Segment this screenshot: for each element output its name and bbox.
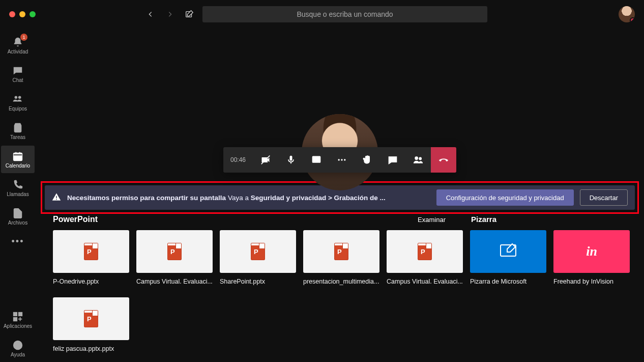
invision-tile[interactable]: in Freehand by InVision (553, 230, 630, 285)
nav-forward[interactable] (162, 6, 178, 22)
sidebar-label: Archivos (8, 220, 27, 226)
powerpoint-icon (84, 310, 98, 327)
whiteboard-icon (498, 241, 518, 263)
minimize-window[interactable] (19, 11, 25, 17)
sidebar-label: Calendario (6, 163, 30, 169)
powerpoint-icon (251, 243, 265, 260)
warning-icon (52, 192, 61, 203)
file-label: P-Onedrive.pptx (53, 278, 129, 285)
share-tray: PowerPoint Examinar Pizarra P-Onedrive.p… (46, 212, 634, 352)
profile-avatar[interactable] (619, 6, 635, 22)
sidebar-label: Llamadas (7, 191, 28, 197)
tile-label: Pizarra de Microsoft (470, 278, 546, 285)
sidebar-more-icon[interactable]: ••• (1, 231, 35, 252)
ppt-tile[interactable]: Campus Virtual. Evaluaci... (387, 230, 463, 285)
powerpoint-heading: PowerPoint (53, 215, 98, 224)
sidebar-item-calendario[interactable]: Calendario (1, 146, 35, 173)
app-sidebar: Actividad 1 Chat Equipos Tareas Calendar… (0, 29, 36, 362)
nav-back[interactable] (142, 6, 159, 22)
sidebar-item-llamadas[interactable]: Llamadas (1, 174, 35, 202)
svg-point-1 (15, 96, 17, 99)
presence-status (630, 17, 635, 22)
svg-rect-5 (19, 312, 22, 315)
share-screen-button[interactable] (304, 147, 329, 173)
show-chat-button[interactable] (380, 147, 405, 173)
whiteboard-tile[interactable]: Pizarra de Microsoft (470, 230, 546, 285)
search-placeholder: Busque o escriba un comando (297, 10, 393, 18)
open-security-settings-button[interactable]: Configuración de seguridad y privacidad (436, 189, 574, 206)
show-participants-button[interactable] (405, 147, 431, 173)
tile-label: Freehand by InVision (553, 278, 630, 285)
sidebar-label: Aplicaciones (4, 323, 32, 329)
sidebar-label: Ayuda (11, 352, 25, 357)
call-toolbar: 00:46 (223, 147, 456, 173)
call-duration: 00:46 (223, 156, 253, 163)
titlebar: Busque o escriba un comando (0, 0, 644, 29)
invision-icon: in (586, 244, 597, 259)
svg-point-14 (419, 157, 421, 159)
svg-point-11 (341, 159, 342, 160)
compose-icon[interactable] (181, 6, 197, 22)
powerpoint-icon (334, 243, 348, 260)
sidebar-item-aplicaciones[interactable]: Aplicaciones (1, 306, 35, 333)
sidebar-item-tareas[interactable]: Tareas (1, 117, 35, 145)
activity-badge: 1 (20, 34, 27, 41)
close-window[interactable] (9, 11, 15, 17)
svg-point-12 (344, 159, 345, 160)
browse-link[interactable]: Examinar (418, 216, 446, 224)
file-label: SharePoint.pptx (220, 278, 296, 285)
ppt-tile[interactable]: Campus Virtual. Evaluaci... (136, 230, 213, 285)
search-input[interactable]: Busque o escriba un comando (202, 6, 487, 22)
ppt-tile[interactable]: SharePoint.pptx (220, 230, 296, 285)
file-label: Campus Virtual. Evaluaci... (387, 278, 463, 285)
svg-point-10 (338, 159, 340, 160)
ppt-tile[interactable]: feliz pascua.pptx.pptx (53, 297, 129, 352)
video-stage: 00:46 (36, 29, 644, 181)
sidebar-item-actividad[interactable]: Actividad 1 (1, 32, 35, 59)
toggle-camera-button[interactable] (253, 147, 278, 173)
whiteboard-heading: Pizarra (471, 215, 634, 224)
file-label: feliz pascua.pptx.pptx (53, 345, 129, 352)
raise-hand-button[interactable] (355, 147, 380, 173)
permission-text: Necesitamos permiso para compartir su pa… (67, 194, 430, 202)
sidebar-label: Chat (12, 77, 23, 83)
ppt-tile[interactable]: presentacion_multimedia... (303, 230, 379, 285)
svg-point-2 (18, 96, 21, 99)
window-controls (9, 11, 36, 17)
maximize-window[interactable] (30, 11, 36, 17)
file-label: presentacion_multimedia... (303, 278, 379, 285)
ppt-tile[interactable]: P-Onedrive.pptx (53, 230, 129, 285)
svg-point-13 (415, 157, 418, 159)
main-content: 00:46 (36, 29, 644, 362)
svg-rect-4 (14, 312, 17, 315)
powerpoint-icon (84, 243, 98, 260)
dismiss-button[interactable]: Descartar (580, 189, 628, 206)
svg-rect-6 (14, 317, 17, 320)
hangup-button[interactable] (431, 147, 456, 173)
svg-rect-3 (14, 153, 22, 160)
sidebar-item-archivos[interactable]: Archivos (1, 203, 35, 230)
sidebar-item-equipos[interactable]: Equipos (1, 89, 35, 116)
toggle-mic-button[interactable] (278, 147, 304, 173)
sidebar-item-chat[interactable]: Chat (1, 60, 35, 88)
file-label: Campus Virtual. Evaluaci... (136, 278, 213, 285)
powerpoint-icon (167, 243, 182, 260)
sidebar-label: Tareas (10, 134, 25, 140)
sidebar-label: Actividad (8, 49, 28, 54)
powerpoint-icon (418, 243, 432, 260)
sidebar-label: Equipos (9, 106, 27, 112)
more-actions-button[interactable] (329, 147, 355, 173)
sidebar-item-ayuda[interactable]: Ayuda (1, 335, 35, 362)
